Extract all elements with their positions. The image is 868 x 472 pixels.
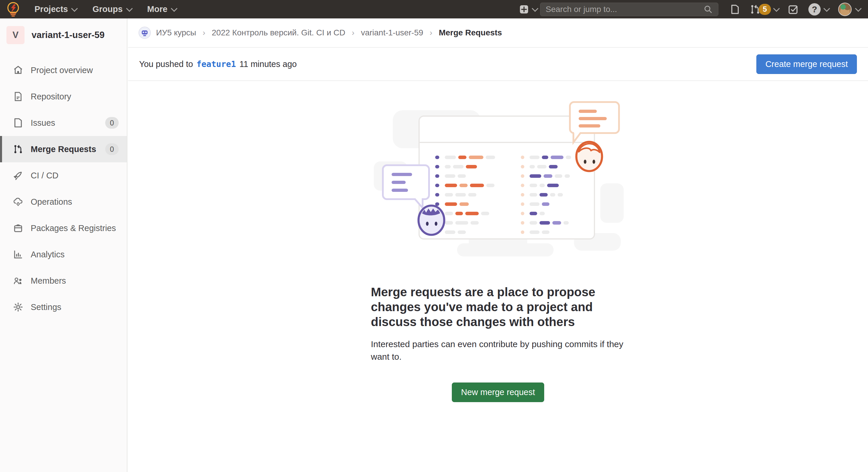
breadcrumb-separator: › [429, 28, 433, 37]
sidebar-item-label: Repository [31, 92, 119, 101]
sidebar-item-label: Issues [31, 118, 98, 128]
sidebar-item-settings[interactable]: Settings [0, 294, 127, 320]
sidebar-item-label: Packages & Registries [31, 224, 119, 233]
new-merge-request-button[interactable]: New merge request [452, 383, 544, 402]
menu-more[interactable]: More [147, 4, 176, 14]
sidebar-nav: Project overview Repository Issues 0 [0, 57, 127, 320]
sidebar-item-label: Analytics [31, 250, 119, 259]
search-input[interactable] [546, 5, 704, 14]
chevron-down-icon [171, 5, 177, 12]
chevron-down-icon[interactable] [824, 5, 830, 12]
push-event-banner: You pushed to feature1 11 minutes ago Cr… [128, 48, 868, 81]
new-item-plus-icon[interactable] [519, 4, 529, 14]
breadcrumb-current-page: Merge Requests [439, 28, 502, 37]
issues-count-badge: 0 [105, 117, 119, 129]
sidebar-item-project-overview[interactable]: Project overview [0, 57, 127, 83]
menu-projects[interactable]: Projects [34, 4, 76, 14]
merge-request-illustration [369, 98, 627, 257]
chevron-down-icon[interactable] [532, 5, 539, 12]
breadcrumb-project[interactable]: variant-1-user-59 [361, 28, 423, 37]
top-navbar: Projects Groups More [0, 0, 868, 19]
sidebar-item-label: Members [31, 276, 119, 286]
project-avatar: V [6, 26, 25, 44]
menu-groups[interactable]: Groups [92, 4, 131, 14]
todos-icon[interactable] [788, 4, 799, 14]
sidebar-item-label: Project overview [31, 65, 119, 75]
sidebar-item-label: Merge Requests [31, 145, 98, 154]
navbar-issues-icon[interactable] [730, 4, 740, 14]
push-banner-prefix: You pushed to [139, 59, 193, 69]
sidebar-item-issues[interactable]: Issues 0 [0, 110, 127, 136]
sidebar-item-packages[interactable]: Packages & Registries [0, 215, 127, 241]
sidebar-item-merge-requests[interactable]: Merge Requests 0 [0, 136, 127, 162]
sidebar-item-repository[interactable]: Repository [0, 83, 127, 110]
merge-request-count-badge: 5 [759, 4, 771, 15]
branch-link[interactable]: feature1 [196, 59, 236, 69]
users-icon [13, 276, 23, 286]
merge-requests-empty-state: Merge requests are a place to propose ch… [371, 81, 625, 402]
home-icon [13, 65, 23, 75]
project-sidebar: V variant-1-user-59 Project overview Rep… [0, 19, 127, 472]
empty-state-title: Merge requests are a place to propose ch… [371, 285, 625, 330]
empty-state-description: Interested parties can even contribute b… [371, 338, 625, 363]
help-icon[interactable]: ? [808, 3, 820, 16]
chart-icon [13, 249, 23, 259]
breadcrumb: ИУ5 курсы › 2022 Контроль версий. Git. C… [128, 19, 868, 48]
main-content: ИУ5 курсы › 2022 Контроль версий. Git. C… [128, 0, 868, 402]
breadcrumb-group[interactable]: ИУ5 курсы [156, 28, 196, 37]
chevron-down-icon [773, 5, 780, 12]
sidebar-item-label: CI / CD [31, 171, 119, 180]
app-logo-lightbulb-icon[interactable] [6, 2, 20, 17]
rocket-icon [13, 171, 23, 180]
package-icon [13, 223, 23, 233]
main-menu: Projects Groups More [34, 4, 176, 14]
project-header[interactable]: V variant-1-user-59 [0, 19, 127, 53]
menu-more-label: More [147, 4, 167, 14]
user-avatar[interactable] [838, 3, 851, 16]
sidebar-item-label: Operations [31, 197, 119, 207]
sidebar-item-analytics[interactable]: Analytics [0, 241, 127, 268]
chevron-down-icon [126, 5, 133, 12]
sidebar-item-operations[interactable]: Operations [0, 188, 127, 215]
issues-icon [13, 118, 23, 128]
cloud-gear-icon [13, 197, 23, 207]
breadcrumb-separator: › [351, 28, 356, 37]
gear-icon [13, 302, 23, 312]
menu-groups-label: Groups [92, 4, 122, 14]
create-merge-request-button[interactable]: Create merge request [756, 54, 857, 74]
chevron-down-icon [71, 5, 78, 12]
search-icon[interactable] [704, 5, 713, 14]
global-search [540, 3, 718, 16]
group-avatar-robot-icon [138, 27, 151, 39]
chevron-down-icon[interactable] [855, 5, 862, 12]
sidebar-item-label: Settings [31, 302, 119, 312]
merge-requests-count-badge: 0 [105, 143, 119, 155]
merge-request-icon [13, 144, 23, 154]
project-name: variant-1-user-59 [32, 30, 105, 40]
navbar-merge-requests[interactable]: 5 [750, 4, 778, 15]
sidebar-item-ci-cd[interactable]: CI / CD [0, 162, 127, 188]
breadcrumb-separator: › [202, 28, 206, 37]
menu-projects-label: Projects [34, 4, 68, 14]
breadcrumb-subgroup[interactable]: 2022 Контроль версий. Git. CI и CD [212, 28, 345, 37]
sidebar-item-members[interactable]: Members [0, 268, 127, 294]
push-banner-time: 11 minutes ago [239, 59, 297, 69]
repository-icon [13, 91, 23, 101]
